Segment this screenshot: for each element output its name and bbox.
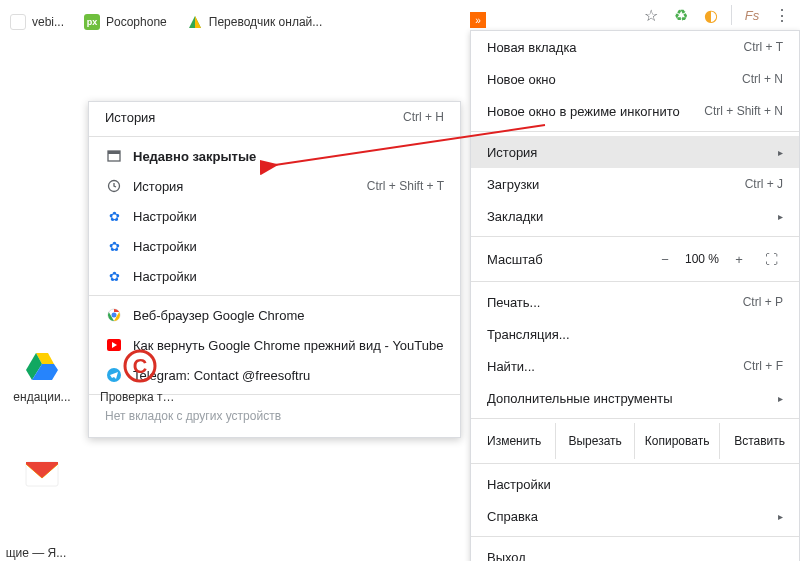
desktop-label: ендации...	[13, 390, 70, 404]
submenu-item-label: Настройки	[133, 269, 444, 284]
submenu-item[interactable]: История Ctrl + Shift + T	[89, 171, 460, 201]
menu-label: Печать...	[487, 295, 743, 310]
menu-item-cast[interactable]: Трансляция...	[471, 318, 799, 350]
submenu-item-label: Веб-браузер Google Chrome	[133, 308, 444, 323]
submenu-header-shortcut: Ctrl + H	[403, 110, 444, 124]
chevron-right-icon: ▸	[778, 393, 783, 404]
menu-label: Закладки	[487, 209, 770, 224]
bookmark-item[interactable]: vebi...	[4, 10, 70, 34]
star-icon[interactable]: ☆	[641, 5, 661, 25]
menu-item-bookmarks[interactable]: Закладки▸	[471, 200, 799, 232]
menu-label: Новая вкладка	[487, 40, 744, 55]
menu-item-find[interactable]: Найти...Ctrl + F	[471, 350, 799, 382]
zoom-label: Масштаб	[487, 252, 653, 267]
recycle-icon[interactable]: ♻	[671, 5, 691, 25]
menu-item-downloads[interactable]: ЗагрузкиCtrl + J	[471, 168, 799, 200]
menu-label: Новое окно в режиме инкогнито	[487, 104, 704, 119]
desktop-label: Проверка текс...	[100, 390, 180, 404]
menu-item-zoom: Масштаб − 100 % + ⛶	[471, 241, 799, 277]
tab-icon	[105, 150, 123, 162]
recently-closed-header: Недавно закрытые	[89, 141, 460, 171]
submenu-item-label: Настройки	[133, 209, 444, 224]
submenu-item[interactable]: Веб-браузер Google Chrome	[89, 300, 460, 330]
menu-label: Справка	[487, 509, 770, 524]
submenu-item-label: Как вернуть Google Chrome прежний вид - …	[133, 338, 444, 353]
menu-label: Дополнительные инструменты	[487, 391, 770, 406]
menu-item-print[interactable]: Печать...Ctrl + P	[471, 286, 799, 318]
zoom-value: 100 %	[677, 252, 727, 266]
menu-item-more-tools[interactable]: Дополнительные инструменты▸	[471, 382, 799, 414]
divider	[731, 5, 732, 25]
separator	[89, 295, 460, 296]
submenu-item[interactable]: ✿ Настройки	[89, 261, 460, 291]
menu-item-edit: Изменить Вырезать Копировать Вставить	[471, 423, 799, 459]
menu-shortcut: Ctrl + F	[743, 359, 783, 373]
menu-shortcut: Ctrl + T	[744, 40, 783, 54]
separator	[471, 418, 799, 419]
recently-closed-label: Недавно закрытые	[133, 149, 444, 164]
submenu-header[interactable]: История Ctrl + H	[89, 102, 460, 132]
submenu-footer: Нет вкладок с других устройств	[89, 399, 460, 433]
menu-item-exit[interactable]: Выход	[471, 541, 799, 561]
menu-label: Выход	[487, 550, 783, 562]
chevron-right-icon: ▸	[778, 147, 783, 158]
menu-item-new-window[interactable]: Новое окноCtrl + N	[471, 63, 799, 95]
toolbar-overflow-icon[interactable]: »	[470, 12, 486, 28]
fullscreen-icon[interactable]: ⛶	[759, 247, 783, 271]
chevron-right-icon: ▸	[778, 211, 783, 222]
submenu-item[interactable]: ✿ Настройки	[89, 201, 460, 231]
svg-point-6	[112, 313, 117, 318]
menu-label: Найти...	[487, 359, 743, 374]
menu-shortcut: Ctrl + J	[745, 177, 783, 191]
submenu-item[interactable]: ✿ Настройки	[89, 231, 460, 261]
desktop-shortcut[interactable]: ендации...	[6, 348, 78, 404]
copyright-icon: C	[122, 348, 158, 384]
bookmark-label: Pocophone	[106, 15, 167, 29]
separator	[471, 131, 799, 132]
separator	[471, 236, 799, 237]
menu-label: Настройки	[487, 477, 783, 492]
menu-item-incognito[interactable]: Новое окно в режиме инкогнитоCtrl + Shif…	[471, 95, 799, 127]
fs-extension-icon[interactable]: Fs	[742, 5, 762, 25]
menu-item-history[interactable]: История▸	[471, 136, 799, 168]
edit-label: Изменить	[471, 423, 556, 459]
paste-button[interactable]: Вставить	[720, 423, 799, 459]
desktop-shortcut[interactable]: щие — Я...	[0, 540, 72, 560]
menu-item-help[interactable]: Справка▸	[471, 500, 799, 532]
zoom-out-button[interactable]: −	[653, 247, 677, 271]
gear-icon: ✿	[105, 269, 123, 284]
bookmark-label: vebi...	[32, 15, 64, 29]
copy-button[interactable]: Копировать	[635, 423, 720, 459]
menu-shortcut: Ctrl + Shift + N	[704, 104, 783, 118]
bookmark-item[interactable]: Переводчик онлай...	[181, 10, 329, 34]
submenu-item-label: История	[133, 179, 367, 194]
gear-icon: ✿	[105, 209, 123, 224]
menu-item-new-tab[interactable]: Новая вкладкаCtrl + T	[471, 31, 799, 63]
desktop-row-3: щие — Я...	[0, 540, 72, 560]
favicon-icon	[187, 14, 203, 30]
desktop-label: щие — Я...	[6, 546, 67, 560]
cut-button[interactable]: Вырезать	[556, 423, 635, 459]
menu-item-settings[interactable]: Настройки	[471, 468, 799, 500]
desktop-shortcut[interactable]	[6, 456, 78, 498]
desktop-shortcut[interactable]: C Проверка текс...	[104, 348, 176, 404]
bookmark-label: Переводчик онлай...	[209, 15, 323, 29]
history-icon	[105, 179, 123, 193]
menu-label: Трансляция...	[487, 327, 783, 342]
more-icon[interactable]: ⋮	[772, 5, 792, 25]
chevron-right-icon: ▸	[778, 511, 783, 522]
chrome-icon	[105, 308, 123, 322]
separator	[89, 136, 460, 137]
menu-label: Новое окно	[487, 72, 742, 87]
extension-icon[interactable]: ◐	[701, 5, 721, 25]
menu-shortcut: Ctrl + P	[743, 295, 783, 309]
browser-toolbar: ☆ ♻ ◐ Fs ⋮	[641, 0, 800, 30]
separator	[471, 463, 799, 464]
submenu-item-label: Настройки	[133, 239, 444, 254]
zoom-in-button[interactable]: +	[727, 247, 751, 271]
main-menu: Новая вкладкаCtrl + T Новое окноCtrl + N…	[470, 30, 800, 561]
svg-rect-3	[108, 151, 120, 154]
svg-text:C: C	[133, 355, 147, 377]
submenu-header-label: История	[105, 110, 403, 125]
bookmark-item[interactable]: px Pocophone	[78, 10, 173, 34]
